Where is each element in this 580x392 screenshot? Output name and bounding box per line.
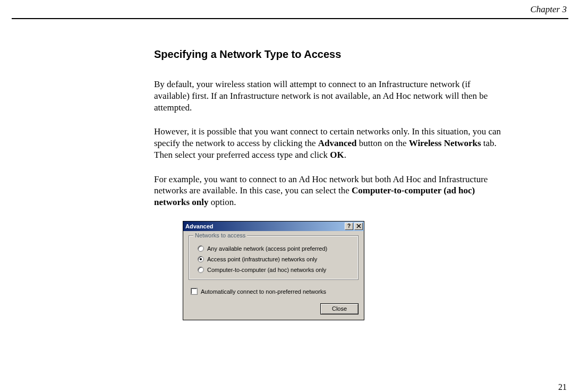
dialog-title: Advanced — [184, 223, 344, 229]
radio-icon-any — [198, 245, 204, 252]
dialog-titlebar: Advanced ? — [183, 221, 364, 231]
paragraph-1: By default, your wireless station will a… — [154, 79, 506, 113]
page: Chapter 3 Specifying a Network Type to A… — [0, 0, 580, 392]
radio-label-infrastructure: Access point (infrastructure) networks o… — [207, 256, 317, 262]
checkbox-icon — [191, 288, 198, 295]
group-legend: Networks to access — [193, 232, 247, 238]
radio-label-adhoc: Computer-to-computer (ad hoc) networks o… — [207, 267, 326, 273]
p2-text-c: button on the — [356, 138, 408, 148]
help-icon: ? — [347, 224, 351, 228]
section-heading: Specifying a Network Type to Access — [154, 48, 506, 61]
p2-bold-wireless-networks: Wireless Networks — [409, 138, 481, 148]
p2-bold-ok: OK — [330, 150, 344, 160]
close-button[interactable]: Close — [320, 303, 359, 314]
paragraph-2: However, it is possible that you want co… — [154, 126, 506, 160]
auto-connect-label: Automatically connect to non-preferred n… — [201, 288, 326, 295]
page-number: 21 — [558, 382, 567, 392]
dialog-body: Networks to access Any available network… — [183, 231, 364, 320]
radio-icon-infrastructure — [198, 256, 204, 262]
radio-option-any[interactable]: Any available network (access point pref… — [193, 243, 354, 254]
p2-text-g: . — [344, 150, 346, 160]
close-window-button[interactable] — [354, 223, 363, 230]
p3-text-c: option. — [208, 197, 236, 207]
radio-option-infrastructure[interactable]: Access point (infrastructure) networks o… — [193, 254, 354, 265]
content: Specifying a Network Type to Access By d… — [154, 19, 506, 320]
p2-bold-advanced: Advanced — [318, 138, 357, 148]
auto-connect-checkbox-row[interactable]: Automatically connect to non-preferred n… — [189, 286, 359, 297]
radio-label-any: Any available network (access point pref… — [207, 245, 327, 252]
radio-icon-adhoc — [198, 267, 204, 273]
networks-to-access-group: Networks to access Any available network… — [189, 235, 359, 280]
close-icon — [356, 224, 361, 228]
help-button[interactable]: ? — [345, 223, 353, 230]
radio-option-adhoc[interactable]: Computer-to-computer (ad hoc) networks o… — [193, 265, 354, 275]
paragraph-3: For example, you want to connect to an A… — [154, 174, 506, 208]
chapter-header: Chapter 3 — [0, 4, 580, 18]
advanced-dialog: Advanced ? Networks to access Any availa… — [183, 221, 364, 320]
dialog-button-row: Close — [189, 303, 359, 314]
